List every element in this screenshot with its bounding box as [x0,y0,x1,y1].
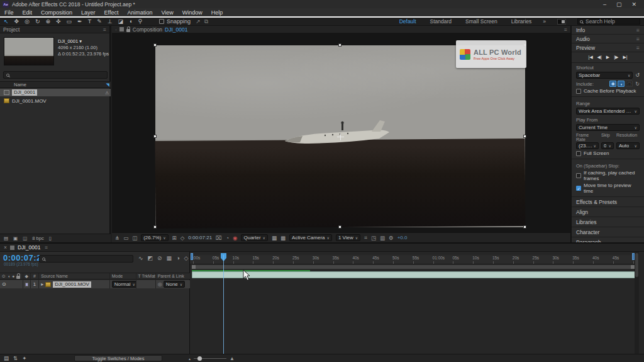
new-folder-icon[interactable]: ▣ [13,235,18,241]
menu-item[interactable]: View [161,9,173,16]
info-panel-tab[interactable]: Info≡ [572,26,644,35]
zoom-out-mountain-icon[interactable]: ▴ [189,356,191,361]
range-select[interactable]: Work Area Extended By Current…∨ [576,108,640,115]
grid-guides-icon[interactable]: ⊞ [172,235,177,241]
exposure-value[interactable]: +0.0 [397,235,408,240]
hide-shy-icon[interactable]: ⊘ [157,255,162,261]
expand-layers-icon[interactable]: ▤ [4,355,9,361]
timeline-track-area[interactable]: :00s05s10s15s20s25s30s35s40s45s50s55s01:… [190,252,639,355]
selection-handle[interactable] [153,43,157,47]
mini-flowchart-icon[interactable]: ∿ [138,255,143,261]
lock-icon[interactable] [126,29,130,32]
toolbar-tool-icon[interactable]: ⚲ [138,18,143,25]
include-overlays-icon[interactable]: ⬚ [626,81,633,87]
selection-handle[interactable] [153,135,157,138]
time-ruler[interactable]: :00s05s10s15s20s25s30s35s40s45s50s55s01:… [190,255,639,264]
bit-depth-label[interactable]: 8 bpc [32,235,43,241]
timeline-vertical-scrollbar[interactable] [635,252,639,355]
panel-menu-icon[interactable]: ≡ [636,36,640,42]
layer-duration-bar[interactable] [192,271,635,278]
comp-start-marker[interactable] [191,253,193,260]
zoom-slider[interactable] [194,358,226,359]
work-area-bar[interactable] [191,264,635,269]
workspace-tab[interactable]: Libraries [511,18,532,25]
solo-column-icon[interactable]: ● [12,274,14,278]
layer-twirl-icon[interactable]: ▸ [41,281,43,287]
transport-button[interactable]: ◀| [597,55,602,60]
interpret-footage-icon[interactable]: ▤ [4,235,8,241]
draft-3d-icon[interactable]: ◩ [148,255,153,261]
pixel-aspect-icon[interactable]: ⌗ [364,234,367,241]
transport-button[interactable]: ▶ [606,55,609,60]
panel-menu-icon[interactable]: ≡ [103,26,106,33]
selection-handle[interactable] [153,225,157,229]
camera-select[interactable]: Active Camera∨ [289,234,332,241]
include-audio-icon[interactable]: ◖ [618,81,625,87]
audio-column-icon[interactable]: ◖ [8,274,10,278]
project-item-label[interactable]: DJI_0001 [12,89,37,96]
snapshot-camera-icon[interactable]: ⌧ [216,235,222,241]
workspace-overflow-chevron[interactable]: » [543,18,546,25]
blend-mode-select[interactable]: Normal∨ [112,281,136,288]
transport-button[interactable]: ▶| [623,55,627,60]
menu-item[interactable]: Animation [127,9,152,16]
playhead-line[interactable] [223,255,224,354]
graph-editor-icon[interactable]: ◇ [184,255,189,261]
toolbar-tool-icon[interactable]: ⊥ [108,18,113,25]
play-from-select[interactable]: Current Time∨ [576,124,640,131]
fast-previews-icon[interactable]: ◳ [371,235,376,241]
panel-tab[interactable]: Effects & Presets [572,196,644,206]
transparency-grid-icon[interactable]: ▩ [280,235,286,241]
always-preview-icon[interactable]: ⋔ [115,235,119,241]
snapping-option-icon[interactable]: ↗ [196,18,201,25]
workspace-panel-icon[interactable] [557,19,566,25]
toolbar-tool-icon[interactable]: T [88,18,92,25]
mode-column[interactable]: Mode [110,273,136,279]
close-button[interactable]: ✕ [631,1,636,8]
move-time-checkbox[interactable]: ✓ [576,186,581,191]
transport-button[interactable]: |◀ [588,55,592,60]
region-of-interest-icon[interactable]: ▦ [272,235,277,241]
audio-panel-tab[interactable]: Audio≡ [572,35,644,43]
transport-button[interactable]: |▶ [614,55,618,60]
panel-menu-icon[interactable]: ≡ [636,27,640,33]
preview-panel-tab[interactable]: Preview≡ [572,43,644,52]
project-item-label[interactable]: DJI_0001.MOV [12,98,47,104]
toolbar-tool-icon[interactable]: ↖ [4,18,9,25]
menu-item[interactable]: Layer [81,9,96,16]
panel-menu-icon[interactable]: ≡ [45,244,48,251]
source-name-column[interactable]: Source Name [39,273,110,279]
minimize-button[interactable]: – [603,1,606,8]
toolbar-tool-icon[interactable]: ◎ [25,18,30,25]
toolbar-tool-icon[interactable]: ✒ [77,18,82,25]
toolbar-tool-icon[interactable]: ✥ [14,18,19,25]
search-help-field[interactable]: Search Help [577,18,640,25]
toggle-switches-modes-button[interactable]: Toggle Switches / Modes [74,355,162,361]
project-search-field[interactable] [3,71,108,79]
cache-before-playback-checkbox[interactable] [576,89,581,94]
project-tab-label[interactable]: Project [3,26,19,33]
toolbar-tool-icon[interactable]: ↻ [35,18,40,25]
skip-select[interactable]: 0∨ [601,142,614,149]
anchor-point-icon[interactable] [337,133,344,140]
composition-tab-name[interactable]: DJI_0001 [165,26,187,33]
new-composition-icon[interactable]: ◫ [23,235,27,241]
menu-item[interactable]: Composition [41,9,72,16]
frame-rate-select[interactable]: (23.98)∨ [576,142,599,149]
reset-shortcut-icon[interactable]: ↺ [635,72,640,78]
zoom-in-mountain-icon[interactable]: ▲ [230,356,235,361]
shortcut-select[interactable]: Spacebar∨ [576,72,633,79]
composition-viewer[interactable]: ALL PC World Free Apps One Click Away [112,33,570,232]
project-row-footage[interactable]: DJI_0001.MOV [0,97,111,105]
selected-item-name[interactable]: DJI_0001 ▾ [58,38,109,45]
workspace-tab[interactable]: Small Screen [465,18,497,25]
selection-handle[interactable] [523,135,526,138]
menu-item[interactable]: Edit [23,9,33,16]
menu-item[interactable]: File [4,9,14,16]
mask-visibility-icon[interactable]: ◇ [180,235,185,241]
timeline-search-field[interactable] [39,255,133,263]
primary-viewer-icon[interactable]: ▭ [123,235,128,241]
workspace-tab[interactable]: Standard [430,18,452,25]
maximize-button[interactable]: ▢ [616,1,622,8]
magnification-select[interactable]: (26.7%)∨ [141,234,168,241]
